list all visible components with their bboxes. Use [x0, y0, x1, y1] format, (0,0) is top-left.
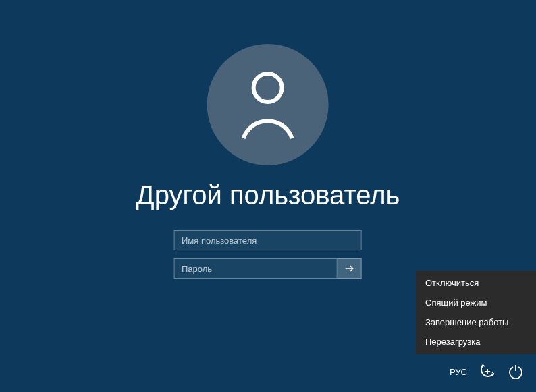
login-container: Другой пользователь: [136, 44, 400, 287]
power-menu-item-shutdown[interactable]: Завершение работы: [416, 312, 536, 332]
arrow-right-icon: [344, 262, 356, 275]
submit-button[interactable]: [338, 258, 362, 279]
power-button[interactable]: [508, 364, 524, 380]
language-indicator[interactable]: РУС: [450, 367, 467, 377]
password-input[interactable]: [174, 258, 338, 279]
username-input[interactable]: [174, 230, 362, 250]
power-menu-item-sleep[interactable]: Спящий режим: [416, 293, 536, 312]
user-title: Другой пользователь: [136, 179, 400, 211]
username-row: [174, 230, 362, 250]
avatar: [207, 44, 329, 165]
accessibility-icon: [479, 364, 495, 380]
accessibility-button[interactable]: [479, 364, 495, 380]
power-menu-item-disconnect[interactable]: Отключиться: [416, 273, 536, 293]
svg-point-0: [254, 74, 282, 102]
bottom-controls: РУС: [450, 364, 524, 380]
password-row: [174, 258, 362, 279]
power-menu: Отключиться Спящий режим Завершение рабо…: [416, 271, 536, 354]
person-icon: [234, 67, 302, 142]
power-menu-item-restart[interactable]: Перезагрузка: [416, 332, 536, 352]
power-icon: [508, 364, 524, 380]
